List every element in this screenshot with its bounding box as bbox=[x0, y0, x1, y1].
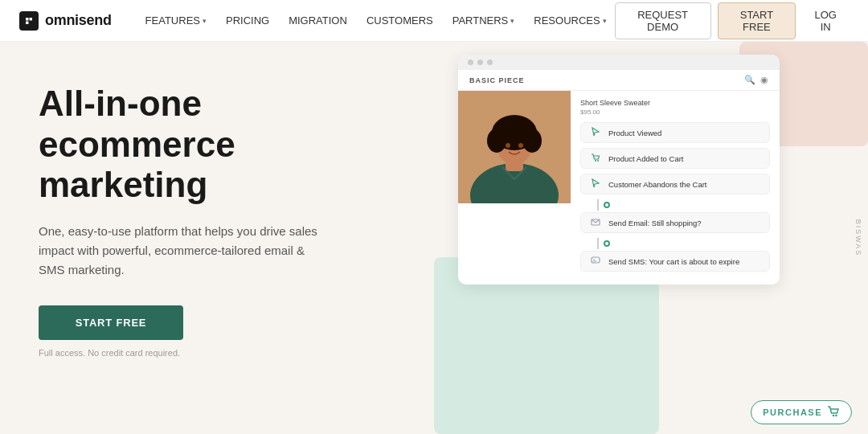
svg-rect-2 bbox=[30, 18, 33, 21]
workflow-step-5: Send SMS: Your cart is about to expire bbox=[580, 251, 770, 272]
logo-text: omnisend bbox=[45, 12, 112, 29]
connector-dot-2 bbox=[604, 240, 610, 247]
workflow-step-3: Customer Abandons the Cart bbox=[580, 174, 770, 194]
logo[interactable]: omnisend bbox=[19, 11, 112, 31]
mock-shop-header: BASIC PIECE 🔍 ◉ bbox=[458, 70, 780, 91]
svg-point-9 bbox=[487, 129, 506, 153]
connector-1 bbox=[580, 199, 770, 211]
connector-dot-1 bbox=[604, 202, 610, 208]
nav-customers[interactable]: CUSTOMERS bbox=[358, 10, 441, 31]
fine-print: Full access. No credit card required. bbox=[39, 348, 379, 358]
svg-point-11 bbox=[506, 143, 510, 148]
svg-point-15 bbox=[597, 160, 599, 162]
svg-rect-3 bbox=[26, 21, 29, 24]
envelope-icon bbox=[589, 217, 602, 228]
svg-point-21 bbox=[833, 415, 835, 417]
connector-vert-2 bbox=[597, 238, 599, 249]
side-tab: BISWAS bbox=[853, 215, 866, 262]
chevron-icon: ▾ bbox=[510, 17, 514, 25]
main-content: All-in-one ecommerce marketing One, easy… bbox=[0, 42, 868, 434]
nav-actions: REQUEST DEMO START FREE LOG IN bbox=[615, 2, 849, 39]
start-free-nav-button[interactable]: START FREE bbox=[718, 2, 796, 39]
svg-marker-13 bbox=[592, 128, 599, 136]
shop-name: BASIC PIECE bbox=[469, 76, 525, 84]
connector-2 bbox=[580, 238, 770, 249]
browser-dot-2 bbox=[477, 59, 483, 65]
svg-rect-18 bbox=[592, 257, 600, 263]
purchase-cart-icon bbox=[827, 405, 840, 420]
purchase-label: PURCHASE bbox=[763, 407, 822, 417]
chevron-icon: ▾ bbox=[203, 17, 207, 25]
product-name: Short Sleeve Sweater bbox=[580, 99, 770, 107]
nav-partners[interactable]: PARTNERS ▾ bbox=[444, 10, 523, 31]
request-demo-button[interactable]: REQUEST DEMO bbox=[615, 2, 711, 39]
workflow-step-4: Send Email: Still shopping? bbox=[580, 212, 770, 233]
toggle-icon: ◉ bbox=[760, 75, 768, 85]
connector-vert bbox=[597, 199, 599, 211]
product-image bbox=[458, 91, 571, 203]
chevron-icon: ▾ bbox=[603, 17, 607, 25]
mock-product-area: Short Sleeve Sweater $95.00 Product View… bbox=[458, 91, 780, 285]
cursor2-icon bbox=[589, 178, 602, 190]
svg-point-14 bbox=[595, 160, 596, 162]
hero-title: All-in-one ecommerce marketing bbox=[39, 84, 379, 206]
login-button[interactable]: LOG IN bbox=[802, 3, 849, 39]
hero-subtitle: One, easy-to-use platform that helps you… bbox=[39, 222, 328, 280]
mock-ui-card: BASIC PIECE 🔍 ◉ bbox=[458, 55, 780, 285]
start-free-hero-button[interactable]: START FREE bbox=[39, 305, 183, 340]
svg-point-12 bbox=[518, 143, 523, 148]
browser-dot-1 bbox=[468, 59, 473, 65]
mock-browser-bar bbox=[458, 55, 780, 70]
search-icon: 🔍 bbox=[744, 75, 755, 85]
logo-icon bbox=[19, 11, 39, 31]
mock-workflow-panel: Short Sleeve Sweater $95.00 Product View… bbox=[571, 91, 780, 285]
svg-point-22 bbox=[835, 415, 837, 417]
cart-icon bbox=[589, 153, 602, 164]
cursor-icon bbox=[589, 127, 602, 138]
workflow-step-1: Product Viewed bbox=[580, 122, 770, 143]
workflow-step-2: Product Added to Cart bbox=[580, 148, 770, 169]
nav-pricing[interactable]: PRICING bbox=[218, 10, 277, 31]
product-price: $95.00 bbox=[580, 108, 770, 116]
nav-links: FEATURES ▾ PRICING MIGRATION CUSTOMERS P… bbox=[137, 10, 615, 31]
nav-migration[interactable]: MIGRATION bbox=[280, 10, 355, 31]
svg-rect-0 bbox=[23, 15, 35, 27]
nav-features[interactable]: FEATURES ▾ bbox=[137, 10, 215, 31]
purchase-badge: PURCHASE bbox=[751, 400, 852, 424]
hero-section: All-in-one ecommerce marketing One, easy… bbox=[0, 42, 418, 434]
nav-resources[interactable]: RESOURCES ▾ bbox=[526, 10, 614, 31]
svg-rect-1 bbox=[26, 18, 29, 21]
browser-dot-3 bbox=[487, 59, 493, 65]
svg-point-10 bbox=[522, 129, 542, 153]
sms-icon bbox=[589, 256, 602, 267]
hero-illustration: BASIC PIECE 🔍 ◉ bbox=[418, 42, 868, 434]
svg-marker-16 bbox=[592, 179, 599, 187]
shop-header-icons: 🔍 ◉ bbox=[744, 75, 768, 85]
navbar: omnisend FEATURES ▾ PRICING MIGRATION CU… bbox=[0, 0, 868, 42]
